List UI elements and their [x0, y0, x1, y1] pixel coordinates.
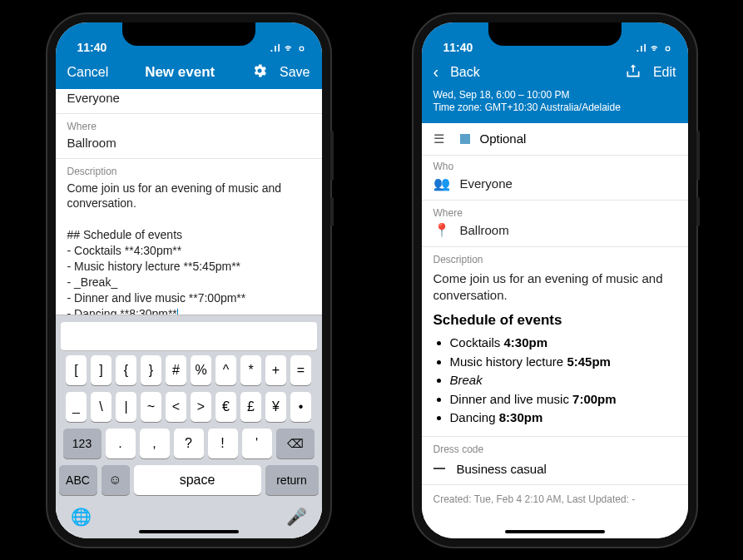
mic-icon[interactable]: 🎤	[286, 507, 307, 527]
key[interactable]: ,	[140, 429, 170, 458]
key-return[interactable]: return	[265, 465, 319, 495]
who-label: Who	[433, 161, 676, 172]
status-indicators: .ıl ᯤ ▢	[270, 42, 305, 54]
list-item: Cocktails 4:30pm	[450, 334, 676, 353]
dress-code-label: Dress code	[433, 444, 676, 455]
key[interactable]: £	[240, 392, 261, 422]
notch	[488, 22, 622, 46]
key[interactable]: _	[66, 392, 87, 422]
screen-right: 11:40 .ıl ᯤ ▢ ‹ Back Edit Wed, Sep 18, 6…	[422, 22, 688, 538]
where-label: Where	[433, 207, 676, 219]
where-value: Ballroom	[460, 223, 509, 237]
key[interactable]: >	[191, 392, 211, 422]
key[interactable]: {	[116, 355, 136, 385]
key-emoji[interactable]: ☺	[102, 465, 130, 495]
status-indicators: .ıl ᯤ ▢	[637, 42, 671, 54]
event-subheader: Wed, Sep 18, 6:00 – 10:00 PM Time zone: …	[422, 89, 688, 123]
nav-bar: ‹ Back Edit	[422, 56, 688, 89]
pin-icon: 📍	[433, 222, 450, 238]
list-item: Dancing 8:30pm	[450, 409, 676, 428]
list-item: Dinner and live music 7:00pm	[450, 390, 676, 409]
description-label: Description	[67, 166, 310, 177]
optional-label: Optional	[480, 131, 527, 146]
key[interactable]: ?	[174, 429, 204, 458]
schedule-heading: Schedule of events	[433, 312, 676, 329]
key[interactable]: ~	[141, 392, 161, 422]
event-datetime: Wed, Sep 18, 6:00 – 10:00 PM	[433, 89, 676, 102]
key[interactable]: ^	[215, 355, 236, 385]
home-indicator[interactable]	[139, 530, 239, 533]
key[interactable]: ¥	[265, 392, 286, 422]
key[interactable]: .	[106, 429, 136, 458]
phone-left: 11:40 .ıl ᯤ ▢ Cancel New event Save Ever…	[47, 14, 330, 547]
keyboard-row-3: 123 . , ? ! ' ⌫	[59, 429, 319, 458]
key[interactable]: '	[242, 429, 272, 458]
list-item: Music history lecture 5:45pm	[450, 353, 676, 372]
who-value[interactable]: Everyone	[67, 91, 310, 105]
where-value[interactable]: Ballroom	[67, 136, 310, 150]
cancel-button[interactable]: Cancel	[67, 65, 109, 80]
globe-icon[interactable]: 🌐	[71, 507, 92, 527]
where-label: Where	[67, 121, 310, 132]
who-value: Everyone	[460, 176, 513, 191]
dress-code-value: Business casual	[457, 462, 547, 476]
keyboard-suggestions[interactable]	[61, 322, 317, 350]
meta-info: Created: Tue, Feb 4 2:10 AM, Last Update…	[422, 485, 688, 513]
nav-bar: Cancel New event Save	[56, 56, 322, 89]
list-icon: ☰	[433, 131, 448, 146]
form-content: Everyone Where Ballroom Description Come…	[56, 89, 322, 538]
status-time: 11:40	[443, 41, 473, 54]
description-input[interactable]: Come join us for an evening of music and…	[67, 181, 310, 322]
key[interactable]: \	[91, 392, 111, 422]
keyboard-row-1: [ ] { } # % ^ * + =	[59, 355, 319, 385]
event-timezone: Time zone: GMT+10:30 Australia/Adelaide	[433, 102, 676, 115]
key-abc[interactable]: ABC	[59, 465, 97, 495]
key[interactable]: •	[290, 392, 311, 422]
key[interactable]: [	[66, 355, 87, 385]
keyboard-row-2: _ \ | ~ < > € £ ¥ •	[59, 392, 319, 422]
key[interactable]: }	[141, 355, 161, 385]
key-backspace[interactable]: ⌫	[276, 429, 315, 458]
keyboard: [ ] { } # % ^ * + = _ \ | ~ < >	[56, 315, 322, 538]
key-space[interactable]: space	[134, 465, 261, 495]
notch	[122, 22, 255, 46]
key[interactable]: ]	[91, 355, 111, 385]
page-title: New event	[145, 64, 215, 81]
optional-row[interactable]: ☰ Optional	[422, 123, 688, 156]
detail-content: ☰ Optional Who 👥 Everyone Where 📍 Ballro…	[422, 123, 688, 538]
key[interactable]: =	[290, 355, 311, 385]
key-123[interactable]: 123	[63, 429, 102, 458]
status-time: 11:40	[77, 41, 107, 54]
save-button[interactable]: Save	[280, 65, 310, 80]
home-indicator[interactable]	[505, 530, 605, 533]
screen-left: 11:40 .ıl ᯤ ▢ Cancel New event Save Ever…	[56, 22, 322, 538]
phone-right: 11:40 .ıl ᯤ ▢ ‹ Back Edit Wed, Sep 18, 6…	[414, 14, 696, 547]
color-swatch	[460, 134, 470, 144]
description-intro: Come join us for an evening of music and…	[433, 270, 676, 305]
key[interactable]: *	[240, 355, 261, 385]
key[interactable]: €	[215, 392, 236, 422]
key[interactable]: %	[191, 355, 211, 385]
gear-icon[interactable]	[251, 62, 268, 82]
share-icon[interactable]	[625, 62, 641, 82]
key[interactable]: <	[166, 392, 186, 422]
chevron-left-icon[interactable]: ‹	[433, 62, 439, 82]
description-label: Description	[433, 254, 676, 265]
edit-button[interactable]: Edit	[653, 65, 676, 80]
keyboard-row-4: ABC ☺ space return	[59, 465, 319, 495]
key[interactable]: !	[208, 429, 238, 458]
people-icon: 👥	[433, 176, 450, 191]
key[interactable]: |	[116, 392, 136, 422]
back-button[interactable]: Back	[450, 65, 480, 80]
list-item: Break	[450, 371, 676, 390]
schedule-list: Cocktails 4:30pm Music history lecture 5…	[433, 334, 676, 428]
key[interactable]: +	[265, 355, 286, 385]
key[interactable]: #	[166, 355, 186, 385]
minus-icon	[433, 468, 445, 469]
